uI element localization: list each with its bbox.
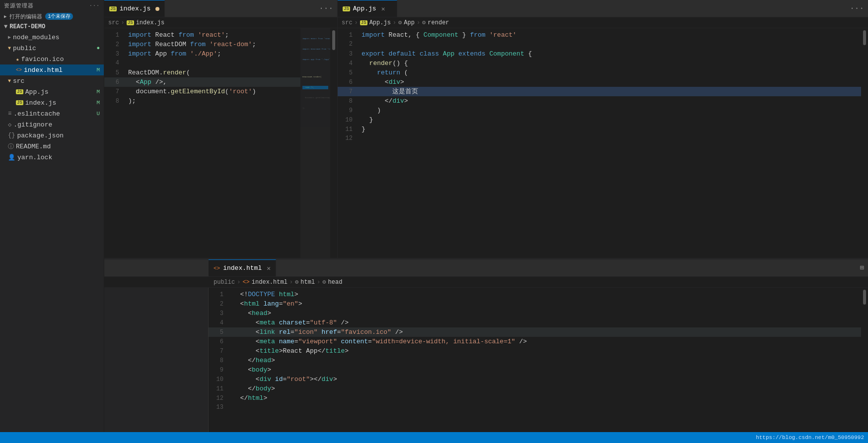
scrollbar-left[interactable] bbox=[330, 28, 337, 258]
code-area-left[interactable]: 1 import React from 'react'; 2 import Re… bbox=[104, 28, 337, 258]
open-editors-bar[interactable]: ▶ 打开的编辑器 1个未保存 bbox=[0, 11, 104, 22]
breadcrumb-left: src › JS index.js bbox=[104, 17, 337, 28]
code-line: 3 <head> bbox=[209, 309, 861, 318]
bc-gear1: ⚙ bbox=[398, 19, 402, 26]
code-line: 2 <html lang="en"> bbox=[209, 299, 861, 309]
tab-bar-left: JS index.js ··· bbox=[104, 0, 337, 17]
readme-icon: ⓘ bbox=[8, 142, 14, 151]
code-line: 8 </div> bbox=[338, 96, 861, 106]
bc-js-icon2: JS bbox=[360, 20, 367, 25]
editors-bottom: <> index.html ✕ ⊞ public › <> index.html bbox=[104, 258, 868, 432]
js-icon: JS bbox=[16, 89, 23, 94]
code-lines-right: 1 import React, { Component } from 'reac… bbox=[338, 28, 861, 145]
code-line: 1 import React from 'react'; bbox=[104, 30, 300, 40]
sidebar-item-eslintcache[interactable]: ≡ .eslintcache U bbox=[0, 108, 104, 119]
bc-appjs: App.js bbox=[369, 19, 391, 26]
yarn-icon: 👤 bbox=[8, 154, 15, 161]
folder-icon: ▶ bbox=[8, 34, 11, 40]
close-btn2[interactable]: ✕ bbox=[267, 264, 271, 272]
html-tab-icon: <> bbox=[214, 265, 220, 271]
code-line: 5 return ( bbox=[338, 68, 861, 77]
editor-pane-app-js: JS App.js ✕ ··· src › JS App.js › ⚙ bbox=[338, 0, 868, 258]
badge-m-index: M bbox=[96, 100, 100, 106]
scrollbar-right-top[interactable] bbox=[861, 28, 868, 258]
sidebar-item-yarnlock[interactable]: 👤 yarn.lock bbox=[0, 152, 104, 163]
tab-index-js[interactable]: JS index.js bbox=[104, 0, 165, 17]
bottom-sidebar-space bbox=[104, 288, 209, 432]
code-line: 5 ReactDOM.render( bbox=[104, 68, 300, 77]
sidebar-item-label: node_modules bbox=[13, 34, 60, 41]
eslint-icon: ≡ bbox=[8, 110, 11, 117]
code-line: 5 <link rel="icon" href="favicon.ico" /> bbox=[209, 327, 861, 337]
code-line: 6 <meta name="viewport" content="width=d… bbox=[209, 337, 861, 346]
sidebar-header-icons: ··· bbox=[89, 2, 100, 8]
more-icon[interactable]: ··· bbox=[89, 2, 100, 8]
sidebar-item-label: index.js bbox=[25, 99, 56, 107]
sidebar-item-package-json[interactable]: {} package.json bbox=[0, 130, 104, 141]
code-editor-bottom[interactable]: 1 <!DOCTYPE html> 2 <html lang="en"> bbox=[209, 288, 861, 432]
status-bar: https://blog.csdn.net/m0_50950992 bbox=[0, 432, 868, 443]
code-line: 6 <App />, bbox=[104, 77, 300, 87]
js-tab-icon: JS bbox=[109, 6, 117, 11]
sidebar-item-readme[interactable]: ⓘ README.md bbox=[0, 141, 104, 152]
sidebar-item-src[interactable]: ▼ src bbox=[0, 75, 104, 86]
bc-html-icon: <> bbox=[242, 279, 249, 286]
code-line: 12 bbox=[338, 134, 861, 143]
code-line: 1 import React, { Component } from 'reac… bbox=[338, 30, 861, 40]
sidebar-item-label: index.html bbox=[24, 66, 63, 74]
close-btn[interactable]: ✕ bbox=[381, 5, 385, 13]
tab-bar-right: JS App.js ✕ ··· bbox=[338, 0, 868, 17]
breadcrumb-bottom: public › <> index.html › ⚙ html › ⚙ head bbox=[104, 277, 868, 288]
code-line: 9 ) bbox=[338, 106, 861, 115]
tab-more-icon2[interactable]: ··· bbox=[846, 4, 868, 13]
editor-pane-index-js: JS index.js ··· src › JS index.js bbox=[104, 0, 338, 258]
sidebar-item-label: src bbox=[13, 77, 24, 85]
code-line: 9 <body> bbox=[209, 365, 861, 375]
code-line: 3 export default class App extends Compo… bbox=[338, 49, 861, 59]
tab-more-icon[interactable]: ··· bbox=[315, 4, 337, 13]
sidebar-item-gitignore[interactable]: ◇ .gitignore bbox=[0, 119, 104, 130]
badge-m-app: M bbox=[96, 89, 100, 95]
sidebar-item-label: public bbox=[13, 45, 36, 52]
js-icon2: JS bbox=[16, 100, 23, 105]
file-tree: ▶ node_modules ▼ public ● ★ favicon.ico … bbox=[0, 32, 104, 432]
editor-area: JS index.js ··· src › JS index.js bbox=[104, 0, 868, 432]
code-line: 7 <title>React App</title> bbox=[209, 346, 861, 356]
code-lines-bottom: 1 <!DOCTYPE html> 2 <html lang="en"> bbox=[209, 288, 861, 414]
code-area-bottom[interactable]: 1 <!DOCTYPE html> 2 <html lang="en"> bbox=[104, 288, 868, 432]
sidebar-title: 资源管理器 bbox=[4, 2, 33, 9]
project-name: ▼ REACT-DEMO bbox=[0, 22, 104, 32]
code-line: 10 <div id="root"></div> bbox=[209, 375, 861, 384]
sidebar-item-label: favicon.ico bbox=[21, 56, 64, 63]
git-icon: ◇ bbox=[8, 121, 11, 128]
bc-js-icon: JS bbox=[127, 20, 134, 25]
sidebar-item-index-js[interactable]: JS index.js M bbox=[0, 97, 104, 108]
bc-render: render bbox=[428, 19, 449, 26]
code-editor-left[interactable]: 1 import React from 'react'; 2 import Re… bbox=[104, 28, 300, 258]
sidebar-item-favicon[interactable]: ★ favicon.ico bbox=[0, 54, 104, 64]
code-area-right[interactable]: 1 import React, { Component } from 'reac… bbox=[338, 28, 868, 258]
code-line: 2 bbox=[338, 40, 861, 49]
code-line: 8 ); bbox=[104, 96, 300, 106]
bottom-right-toggle[interactable]: ⊞ bbox=[856, 263, 868, 272]
code-line: 3 import App from './App'; bbox=[104, 49, 300, 59]
sidebar-item-node_modules[interactable]: ▶ node_modules bbox=[0, 32, 104, 43]
sidebar-item-label: .gitignore bbox=[13, 121, 52, 128]
code-line: 8 </head> bbox=[209, 356, 861, 365]
tab-index-html[interactable]: <> index.html ✕ bbox=[209, 259, 276, 277]
sidebar-header: 资源管理器 ··· bbox=[0, 0, 104, 11]
code-line: 11 } bbox=[338, 125, 861, 134]
unsaved-badge: 1个未保存 bbox=[45, 13, 73, 20]
scrollbar-bottom[interactable] bbox=[861, 288, 868, 432]
code-editor-right[interactable]: 1 import React, { Component } from 'reac… bbox=[338, 28, 861, 258]
sidebar-item-public[interactable]: ▼ public ● bbox=[0, 43, 104, 54]
sidebar-item-app-js[interactable]: JS App.js M bbox=[0, 86, 104, 97]
bc-indexhtml: index.html bbox=[252, 279, 288, 286]
js-tab-icon2: JS bbox=[343, 6, 350, 11]
open-editors-label: 打开的编辑器 bbox=[9, 13, 42, 20]
code-line: 11 </body> bbox=[209, 384, 861, 393]
tab-app-js[interactable]: JS App.js ✕ bbox=[338, 0, 397, 17]
bc-gear4: ⚙ bbox=[322, 278, 326, 286]
bc-html-el: html bbox=[300, 279, 315, 286]
sidebar-item-index-html[interactable]: <> index.html M bbox=[0, 64, 104, 75]
